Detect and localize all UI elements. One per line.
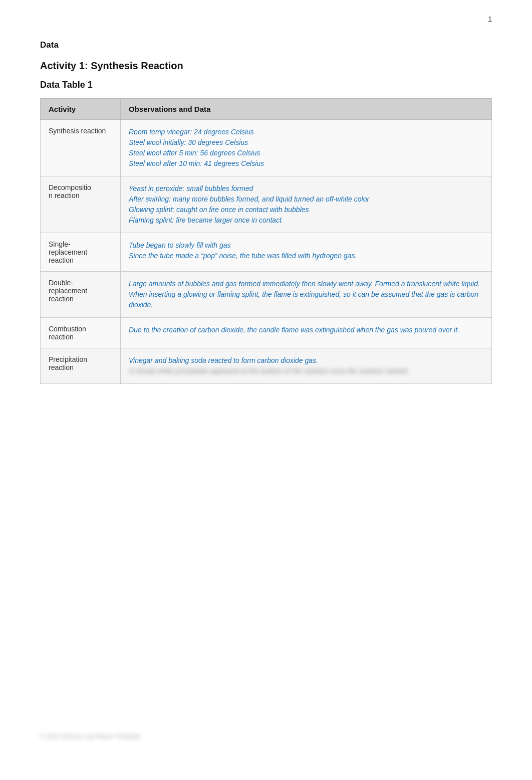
observation-precipitation: Vinegar and baking soda reacted to form …	[121, 348, 492, 384]
table-heading: Data Table 1	[40, 80, 492, 90]
data-table: Activity Observations and Data Synthesis…	[40, 98, 492, 384]
observation-decomposition: Yeast in peroxide: small bubbles formed …	[121, 176, 492, 233]
col-header-observations: Observations and Data	[121, 99, 492, 120]
activity-label-synthesis: Synthesis reaction	[41, 120, 121, 176]
section-heading: Data	[40, 40, 492, 50]
activity-label-precipitation: Precipitationreaction	[41, 348, 121, 384]
activity-label-single-replacement: Single-replacementreaction	[41, 233, 121, 272]
observation-double-replacement: Large amounts of bubbles and gas formed …	[121, 272, 492, 318]
col-header-activity: Activity	[41, 99, 121, 120]
activity-label-decomposition: Decomposition reaction	[41, 176, 121, 233]
table-row: Double-replacementreaction Large amounts…	[41, 272, 492, 318]
table-row: Single-replacementreaction Tube began to…	[41, 233, 492, 272]
table-row: Combustionreaction Due to the creation o…	[41, 318, 492, 348]
observation-precipitation-blurred: A cloudy white precipitate appeared at t…	[129, 367, 409, 375]
activity-label-combustion: Combustionreaction	[41, 318, 121, 348]
observation-synthesis: Room temp vinegar: 24 degrees Celsius St…	[121, 120, 492, 176]
table-row: Synthesis reaction Room temp vinegar: 24…	[41, 120, 492, 176]
observation-single-replacement: Tube began to slowly fill with gas Since…	[121, 233, 492, 272]
table-row: Precipitationreaction Vinegar and baking…	[41, 348, 492, 384]
activity-label-double-replacement: Double-replacementreaction	[41, 272, 121, 318]
page-number: 1	[488, 15, 492, 23]
observation-combustion: Due to the creation of carbon dioxide, t…	[121, 318, 492, 348]
footer-blurred: © 2022 Science Lab Report Template	[40, 733, 140, 740]
table-row: Decomposition reaction Yeast in peroxide…	[41, 176, 492, 233]
activity-heading: Activity 1: Synthesis Reaction	[40, 60, 492, 72]
